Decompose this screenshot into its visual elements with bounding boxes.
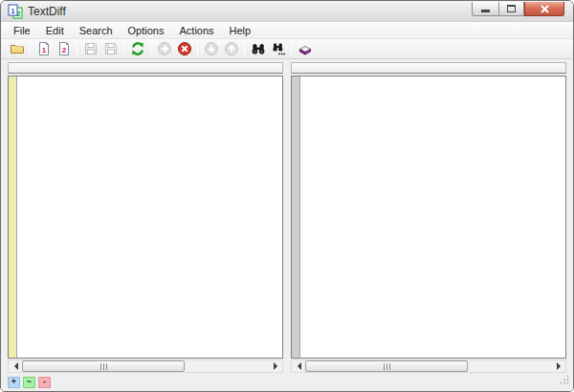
resize-grip[interactable]	[560, 371, 569, 388]
app-icon: 2 1	[8, 4, 23, 19]
menu-item-help[interactable]: Help	[222, 23, 259, 38]
minimize-icon	[481, 10, 490, 12]
edit-file2-button[interactable]: 2	[54, 40, 74, 58]
legend-deleted-chip: -	[38, 377, 51, 388]
abort-button[interactable]	[174, 40, 194, 58]
save-file1-button[interactable]	[80, 40, 100, 58]
window-controls	[472, 2, 564, 16]
toolbar-separator	[77, 41, 77, 56]
right-horizontal-scrollbar[interactable]	[291, 359, 566, 373]
close-button[interactable]	[524, 2, 564, 16]
save-disk-icon	[83, 41, 99, 56]
scroll-right-arrow-icon[interactable]	[269, 360, 282, 372]
menu-item-options[interactable]: Options	[121, 23, 172, 38]
diff-content-area	[1, 59, 573, 373]
scrollbar-grip-icon	[100, 363, 107, 370]
save-file2-button[interactable]	[100, 40, 121, 58]
save-disk-icon	[103, 41, 119, 56]
document-1-icon: 1	[36, 41, 52, 56]
left-pane-group	[8, 62, 283, 373]
status-bar: + ~ -	[1, 373, 573, 391]
left-pane-header	[8, 62, 283, 74]
right-gutter	[292, 76, 300, 358]
title-bar[interactable]: 2 1 TextDiff	[1, 1, 573, 22]
close-icon	[541, 5, 549, 13]
svg-text:1: 1	[41, 46, 46, 54]
scrollbar-grip-icon	[384, 363, 390, 370]
scroll-left-arrow-icon[interactable]	[9, 360, 22, 372]
menu-item-search[interactable]: Search	[72, 23, 121, 38]
arrow-down-circle-icon	[204, 41, 219, 56]
abort-x-circle-icon	[177, 41, 192, 56]
maximize-button[interactable]	[498, 2, 524, 16]
next-difference-button[interactable]	[201, 40, 221, 58]
document-2-icon: 2	[56, 41, 72, 56]
compare-refresh-icon	[130, 41, 145, 56]
left-editor-pane[interactable]	[8, 76, 283, 359]
book-icon	[298, 41, 313, 56]
edit-file1-button[interactable]: 1	[33, 40, 54, 58]
find-next-button[interactable]	[268, 40, 288, 58]
toolbar-separator	[197, 41, 198, 56]
left-scrollbar-thumb[interactable]	[22, 360, 185, 372]
previous-difference-button[interactable]	[221, 40, 241, 58]
compare-button[interactable]	[127, 40, 147, 58]
svg-text:1: 1	[11, 7, 15, 13]
toolbar-separator	[291, 41, 292, 56]
left-horizontal-scrollbar[interactable]	[8, 359, 283, 373]
help-button[interactable]	[295, 40, 315, 58]
window-title: TextDiff	[28, 5, 66, 18]
left-gutter	[9, 76, 17, 358]
toolbar-separator	[150, 41, 151, 56]
find-button[interactable]	[248, 40, 268, 58]
right-pane-group	[291, 62, 566, 373]
menu-item-edit[interactable]: Edit	[38, 23, 72, 38]
minimize-button[interactable]	[472, 2, 498, 16]
folder-open-icon	[10, 41, 25, 56]
menu-item-actions[interactable]: Actions	[171, 23, 221, 38]
toolbar-separator	[30, 41, 31, 56]
open-files-button[interactable]	[7, 40, 27, 58]
menu-item-file[interactable]: File	[6, 23, 38, 38]
toolbar-separator	[123, 41, 124, 56]
toolbar: 1 2	[1, 39, 573, 59]
maximize-icon	[507, 5, 516, 12]
right-scrollbar-track[interactable]	[305, 360, 552, 372]
svg-text:2: 2	[61, 46, 66, 54]
toolbar-separator	[244, 41, 245, 56]
left-scrollbar-track[interactable]	[22, 360, 269, 372]
merge-button[interactable]	[154, 40, 174, 58]
menu-bar: File Edit Search Options Actions Help	[1, 22, 573, 39]
right-pane-header	[291, 62, 566, 74]
right-scrollbar-thumb[interactable]	[305, 360, 468, 372]
arrow-right-circle-icon	[157, 41, 172, 56]
binoculars-next-icon	[271, 41, 286, 56]
scroll-left-arrow-icon[interactable]	[292, 360, 305, 372]
binoculars-icon	[251, 41, 266, 56]
legend-changed-chip: ~	[23, 377, 35, 388]
legend-added-chip: +	[8, 377, 20, 388]
app-window: 2 1 TextDiff File Edit Search Options	[0, 0, 574, 392]
arrow-up-circle-icon	[224, 41, 239, 56]
right-editor-pane[interactable]	[291, 76, 566, 359]
